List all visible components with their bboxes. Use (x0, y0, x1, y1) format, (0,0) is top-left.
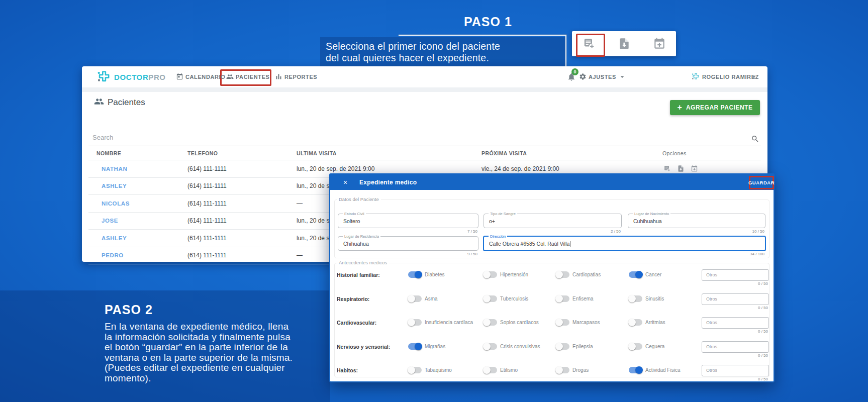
table-header-row: NOMBRE TELEFONO ULTIMA VISITA PRÓXIMA VI… (88, 146, 761, 160)
toggle-knob (408, 319, 415, 326)
toggle-knob (483, 366, 491, 374)
step2-text: En la ventana de expediente médico, llen… (105, 322, 293, 383)
tutorial-canvas: PASO 1 Selecciona el primer icono del pa… (0, 0, 868, 402)
toggle-switch[interactable] (484, 367, 497, 373)
add-patient-button[interactable]: + AGREGAR PACIENTE (670, 100, 760, 115)
search-icon[interactable] (751, 135, 759, 143)
toggle-group: Asma (408, 295, 438, 302)
toggle-group: Hipertensión (484, 271, 528, 278)
lugar-nacimiento-field[interactable]: Lugar de Nacimiento Cuhihuahua (628, 214, 765, 228)
toggle-knob (628, 319, 636, 326)
calendar-add-icon[interactable] (653, 37, 666, 50)
nav-calendario[interactable]: CALENDARIO (185, 74, 225, 80)
toggle-switch[interactable] (629, 343, 642, 350)
toggle-switch[interactable] (629, 367, 642, 373)
close-icon[interactable]: × (343, 178, 347, 186)
lugar-residencia-value: Chihuahua (343, 241, 369, 247)
toggle-knob (555, 366, 563, 374)
lugar-residencia-counter: 9 / 50 (338, 252, 477, 256)
row-actions (653, 165, 761, 172)
direccion-field[interactable]: Dirección Calle Obrera #6585 Col. Raúl V… (483, 236, 766, 251)
col-opciones: Opciones (653, 150, 761, 156)
toggle-group: Etilismo (484, 367, 518, 373)
toggle-switch[interactable] (556, 295, 569, 302)
antecedent-row: Nervioso y sensorial:MigrañasCrisis conv… (330, 340, 774, 354)
file-download-icon[interactable] (618, 37, 631, 50)
toggle-switch[interactable] (556, 271, 569, 278)
medical-history-section-label: Antecedentes medicos (337, 260, 389, 265)
toggle-label: Tuberculosis (500, 296, 528, 301)
otros-input[interactable]: Otros (702, 341, 769, 353)
lugar-nacimiento-value: Cuhihuahua (633, 218, 662, 224)
otros-counter: 0 / 50 (702, 329, 768, 334)
estado-civil-counter: 7 / 50 (338, 229, 477, 234)
note-add-icon[interactable] (663, 165, 671, 172)
modal-title: Expediente medico (359, 179, 417, 186)
ajustes-menu[interactable]: AJUSTES (589, 74, 616, 80)
user-chevron-down-icon[interactable] (750, 73, 758, 81)
gear-icon[interactable] (579, 73, 587, 80)
toggle-switch[interactable] (484, 343, 497, 350)
toggle-switch[interactable] (484, 295, 497, 302)
toggle-switch[interactable] (629, 271, 642, 278)
toggle-knob (555, 343, 563, 350)
patient-name-link[interactable]: JOSE (88, 218, 187, 224)
step2-text-line: En la ventana de expediente médico, llen… (105, 322, 293, 332)
lugar-residencia-field[interactable]: Lugar de Residencia Chihuahua (338, 236, 478, 251)
options-icons-callout (572, 31, 676, 56)
otros-input[interactable]: Otros (702, 293, 769, 305)
toggle-group: Ceguera (629, 343, 664, 350)
tipo-sangre-field[interactable]: Tipo de Sangre o+ (484, 214, 622, 228)
lugar-residencia-label: Lugar de Residencia (343, 234, 380, 239)
toggle-label: Marcapasos (572, 320, 600, 325)
toggle-switch[interactable] (556, 319, 569, 326)
toggle-switch[interactable] (408, 343, 422, 350)
direccion-label: Dirección (489, 234, 507, 239)
expediente-modal: × Expediente medico GUARDAR Datos del Pa… (329, 173, 775, 382)
col-ultima-visita: ULTIMA VISITA (297, 150, 481, 156)
search-input[interactable]: Search (92, 134, 113, 141)
antecedent-row-label: Historial familiar: (337, 272, 380, 278)
patient-name-link[interactable]: ASHLEY (88, 235, 187, 241)
patient-name-link[interactable]: NATHAN (88, 166, 187, 172)
tipo-sangre-label: Tipo de Sangre (489, 212, 517, 216)
calendar-add-icon[interactable] (691, 165, 698, 172)
file-download-icon[interactable] (677, 165, 685, 172)
toggle-switch[interactable] (629, 295, 642, 302)
toggle-switch[interactable] (408, 319, 422, 326)
toggle-switch[interactable] (556, 367, 569, 373)
toggle-label: Epilepsia (572, 344, 593, 349)
toggle-switch[interactable] (484, 319, 497, 326)
estado-civil-value: Soltero (343, 218, 360, 224)
note-add-icon[interactable] (583, 37, 596, 50)
toggle-knob (408, 366, 415, 374)
patient-name-link[interactable]: PEDRO (88, 252, 187, 258)
app-header: DOCTORPRO CALENDARIO PACIENTES REPORTES … (82, 66, 767, 87)
toggle-switch[interactable] (556, 343, 569, 350)
lugar-nacimiento-label: Lugar de Nacimiento (633, 212, 670, 216)
guardar-button[interactable]: GUARDAR (749, 176, 774, 189)
toggle-switch[interactable] (408, 295, 422, 302)
otros-input[interactable]: Otros (702, 317, 769, 329)
toggle-switch[interactable] (408, 367, 422, 373)
nav-reportes[interactable]: REPORTES (284, 74, 317, 80)
col-proxima-visita: PRÓXIMA VISITA (481, 150, 653, 156)
estado-civil-field[interactable]: Estado Civil Soltero (338, 214, 478, 228)
otros-placeholder: Otros (706, 320, 717, 325)
otros-counter: 0 / 50 (702, 353, 768, 358)
toggle-knob (483, 271, 491, 278)
patient-name-link[interactable]: NICOLAS (88, 200, 187, 207)
notification-badge: 0 (571, 68, 578, 75)
patient-name-link[interactable]: ASHLEY (88, 183, 187, 189)
toggle-switch[interactable] (484, 271, 497, 278)
otros-input[interactable]: Otros (702, 365, 769, 376)
antecedent-row: Respiratorio:AsmaTuberculosisEnfisemaSin… (330, 292, 774, 306)
toggle-switch[interactable] (629, 319, 642, 326)
header-divider (82, 87, 767, 92)
antecedent-row: Historial familiar:DiabetesHipertensiónC… (330, 268, 774, 282)
nav-pacientes[interactable]: PACIENTES (236, 74, 270, 80)
toggle-knob (483, 295, 491, 303)
chevron-down-icon[interactable] (618, 73, 626, 81)
toggle-switch[interactable] (408, 271, 422, 278)
otros-input[interactable]: Otros (702, 269, 769, 281)
